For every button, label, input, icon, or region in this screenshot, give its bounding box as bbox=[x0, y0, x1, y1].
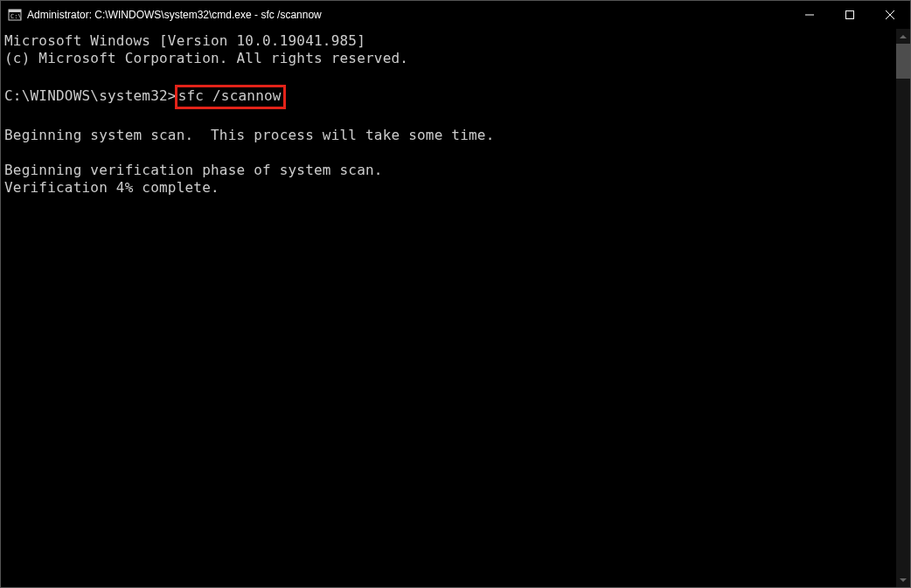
svg-rect-1 bbox=[9, 10, 21, 12]
window-controls bbox=[789, 1, 910, 29]
output-line: Beginning system scan. This process will… bbox=[4, 127, 494, 143]
terminal-output[interactable]: Microsoft Windows [Version 10.0.19041.98… bbox=[1, 29, 896, 587]
scroll-down-button[interactable] bbox=[896, 572, 910, 587]
scrollbar-thumb[interactable] bbox=[896, 44, 910, 79]
prompt: C:\WINDOWS\system32> bbox=[4, 87, 177, 104]
output-line: Verification 4% complete. bbox=[4, 179, 219, 196]
titlebar[interactable]: C:\ Administrator: C:\WINDOWS\system32\c… bbox=[1, 1, 910, 29]
svg-rect-4 bbox=[846, 11, 854, 19]
scroll-up-button[interactable] bbox=[896, 29, 910, 44]
output-line: Microsoft Windows [Version 10.0.19041.98… bbox=[4, 32, 365, 49]
cmd-window: C:\ Administrator: C:\WINDOWS\system32\c… bbox=[0, 0, 911, 588]
close-button[interactable] bbox=[870, 1, 910, 29]
vertical-scrollbar[interactable] bbox=[896, 29, 910, 587]
maximize-button[interactable] bbox=[830, 1, 870, 29]
svg-marker-8 bbox=[900, 578, 907, 582]
command-highlight: sfc /scannow bbox=[175, 85, 286, 109]
svg-marker-7 bbox=[900, 35, 907, 38]
output-line: (c) Microsoft Corporation. All rights re… bbox=[4, 50, 408, 66]
command-text: sfc /scannow bbox=[178, 87, 282, 104]
cmd-icon: C:\ bbox=[8, 8, 22, 22]
window-title: Administrator: C:\WINDOWS\system32\cmd.e… bbox=[27, 9, 789, 21]
content-area: Microsoft Windows [Version 10.0.19041.98… bbox=[1, 29, 910, 587]
svg-text:C:\: C:\ bbox=[10, 13, 22, 20]
output-line: Beginning verification phase of system s… bbox=[4, 162, 383, 178]
minimize-button[interactable] bbox=[789, 1, 830, 29]
